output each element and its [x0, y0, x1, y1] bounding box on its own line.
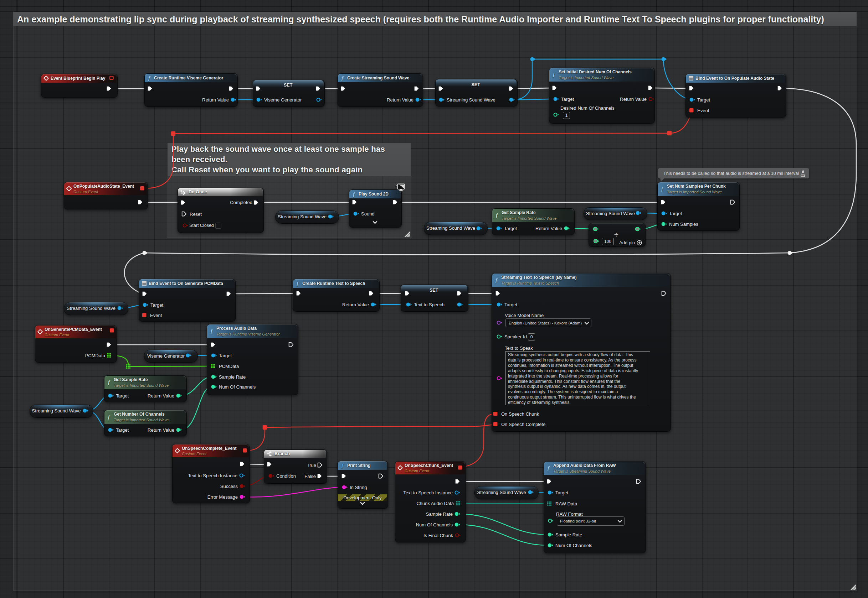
svg-text:1: 1: [181, 189, 183, 192]
